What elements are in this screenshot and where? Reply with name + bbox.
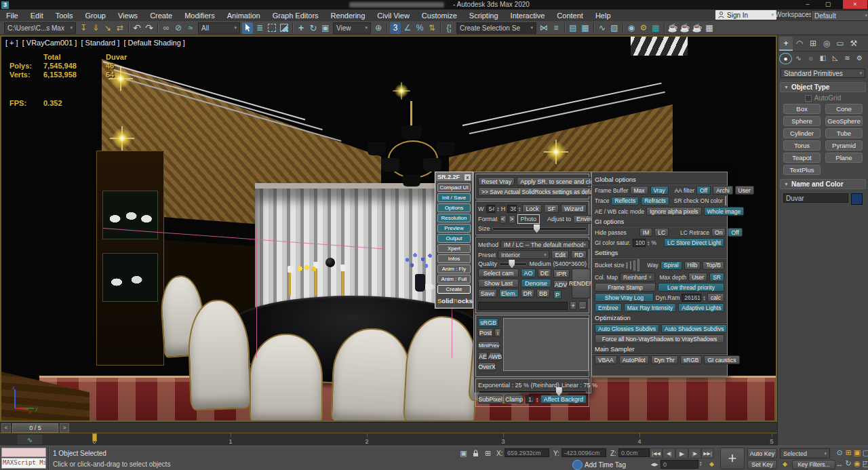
im-button[interactable]: IM bbox=[639, 228, 652, 237]
next-key-button[interactable]: |▶ bbox=[688, 448, 701, 458]
pyramid-button[interactable]: Pyramid bbox=[825, 140, 863, 151]
mini-curve-editor-button[interactable]: ∿ bbox=[18, 435, 42, 444]
z-coordinate-field[interactable]: 0.0cm bbox=[618, 448, 650, 457]
affect-backgrd-button[interactable]: Affect Backgrd bbox=[540, 395, 587, 404]
rectangular-selection-region-icon[interactable] bbox=[268, 24, 276, 32]
init-save-button[interactable]: Init / Save bbox=[437, 193, 471, 202]
menu-group[interactable]: Group bbox=[79, 12, 112, 20]
plane-button[interactable]: Plane bbox=[825, 153, 863, 163]
height-spinner[interactable]: ▴▾ bbox=[519, 206, 521, 212]
lc-button[interactable]: LC bbox=[654, 228, 669, 237]
vbaa-button[interactable]: VBAA bbox=[595, 355, 617, 364]
close-button[interactable]: × bbox=[843, 0, 867, 9]
toggle-layer-explorer-icon[interactable]: ▦ bbox=[580, 22, 591, 34]
preview-button[interactable]: Preview bbox=[437, 224, 471, 233]
named-selection-sets-icon[interactable]: {¦ bbox=[443, 22, 454, 34]
textplus-button[interactable]: TextPlus bbox=[783, 165, 821, 175]
tab-hierarchy[interactable]: ⊞ bbox=[806, 37, 820, 50]
miniprev-button[interactable]: MiniPrev bbox=[478, 341, 500, 350]
category-shapes-icon[interactable]: ∿ bbox=[793, 53, 804, 63]
show-vray-log-button[interactable]: Show Vray Log bbox=[595, 293, 654, 302]
dynram-spinner[interactable]: ▴▾ bbox=[703, 295, 705, 300]
wizard-button[interactable]: Wizard bbox=[561, 204, 587, 213]
isolate-selection-icon[interactable]: ▣ bbox=[458, 448, 469, 458]
menu-file[interactable]: File bbox=[0, 12, 24, 20]
spinner-snap-icon[interactable]: ⇅ bbox=[427, 22, 437, 34]
way-topb-button[interactable]: Top/B bbox=[703, 261, 724, 270]
named-selection-dropdown[interactable]: Create Selection Se ▾ bbox=[456, 22, 536, 34]
snap-toggle-3d-icon[interactable]: 3 bbox=[390, 22, 401, 34]
rendered-frame-window-icon[interactable]: ▦ bbox=[650, 22, 661, 34]
anim-full-button[interactable]: Anim : Full bbox=[437, 275, 471, 283]
p-button[interactable]: P bbox=[553, 290, 561, 299]
anim-fly-button[interactable]: Anim : Fly bbox=[437, 265, 471, 273]
select-move-icon[interactable]: + bbox=[296, 22, 307, 34]
depth-sr-button[interactable]: SR bbox=[709, 273, 724, 281]
ipr-button[interactable]: IPR bbox=[553, 269, 570, 278]
sf-button[interactable]: SF bbox=[544, 204, 559, 213]
category-geometry-icon[interactable]: ● bbox=[779, 53, 792, 64]
unlink-selection-icon[interactable]: ⊘ bbox=[173, 22, 184, 34]
ae-button[interactable]: AE bbox=[478, 352, 488, 361]
category-lights-icon[interactable]: ☼ bbox=[805, 53, 816, 63]
open-rendered-frame-icon[interactable]: ▦ bbox=[704, 22, 715, 34]
preset-edit-button[interactable]: Edit bbox=[551, 250, 569, 259]
output-button[interactable]: Output bbox=[437, 234, 471, 243]
save-button[interactable]: Save bbox=[478, 289, 497, 298]
gi-caustics-button[interactable]: GI caustics bbox=[704, 355, 739, 364]
cylinder-button[interactable]: Cylinder bbox=[783, 128, 821, 138]
way-hilb-button[interactable]: Hilb bbox=[684, 261, 701, 270]
low-thread-button[interactable]: Low thread priority bbox=[658, 283, 724, 292]
de-button[interactable]: DE bbox=[538, 269, 551, 277]
curve-editor-icon[interactable]: ∿ bbox=[597, 22, 608, 34]
apply-sr-button[interactable]: Apply SR. to scene and close bbox=[517, 177, 604, 186]
aa-user-button[interactable]: User bbox=[735, 186, 754, 195]
primitive-category-dropdown[interactable]: Standard Primitives ▾ bbox=[781, 68, 865, 78]
size-slider-thumb[interactable] bbox=[534, 224, 540, 233]
quality-slider-thumb[interactable] bbox=[509, 260, 515, 269]
menu-animation[interactable]: Animation bbox=[221, 12, 267, 20]
select-scale-icon[interactable]: ▣ bbox=[320, 22, 331, 34]
viewport-menu-pov[interactable]: [ VRayCam001 ] bbox=[22, 39, 77, 47]
gi-satur-field[interactable]: 100 bbox=[633, 239, 646, 247]
format-prev-button[interactable]: < bbox=[500, 215, 507, 224]
schematic-view-icon[interactable]: ▧ bbox=[609, 22, 620, 34]
select-rotate-icon[interactable]: ↻ bbox=[308, 22, 319, 34]
menu-modifiers[interactable]: Modifiers bbox=[178, 12, 221, 20]
previous-frame-button[interactable]: < bbox=[1, 423, 11, 433]
render-button[interactable]: RENDER bbox=[572, 269, 591, 298]
compact-ui-button[interactable]: Compact UI bbox=[437, 183, 471, 192]
whole-image-button[interactable]: Whole image bbox=[704, 207, 745, 216]
infos-button[interactable]: Infos bbox=[437, 254, 471, 263]
options-button[interactable]: Options bbox=[437, 203, 471, 212]
format-next-button[interactable]: > bbox=[509, 215, 515, 224]
maxscript-mini-listener-output[interactable] bbox=[1, 448, 46, 457]
geosphere-button[interactable]: GeoSphere bbox=[825, 116, 863, 126]
reference-coordinate-dropdown[interactable]: View ▾ bbox=[333, 22, 371, 34]
angle-snap-icon[interactable]: ∠ bbox=[402, 22, 413, 34]
next-frame-button[interactable]: > bbox=[60, 423, 69, 433]
undo-icon[interactable]: ↶ bbox=[132, 22, 142, 34]
import-icon[interactable]: ⇓ bbox=[90, 22, 101, 34]
denoise-button[interactable]: Denoise bbox=[521, 279, 551, 288]
width-field[interactable]: 5400 bbox=[486, 205, 496, 213]
clamp-spinner[interactable]: ▴▾ bbox=[536, 397, 538, 402]
subpixel-button[interactable]: SubPixel bbox=[478, 395, 502, 404]
ignore-alpha-button[interactable]: Ignore alpha pixels bbox=[646, 207, 701, 216]
object-color-swatch[interactable] bbox=[851, 193, 863, 205]
y-coordinate-field[interactable]: -423.0096cm bbox=[561, 448, 606, 457]
dr-button[interactable]: DR bbox=[521, 289, 534, 298]
time-slider-thumb[interactable]: 0 / 5 bbox=[12, 423, 58, 433]
refracts-button[interactable]: Refracts bbox=[641, 197, 669, 205]
add-time-tag[interactable]: Add Time Tag bbox=[585, 461, 626, 469]
reflects-button[interactable]: Reflects bbox=[611, 197, 639, 205]
embree-button[interactable]: Embree bbox=[595, 303, 622, 312]
select-by-name-icon[interactable]: ≣ bbox=[254, 22, 265, 34]
auto-shadows-button[interactable]: Auto Shadows Subdivs bbox=[661, 324, 727, 333]
output-path-field[interactable] bbox=[478, 302, 568, 310]
adv-button[interactable]: ADV bbox=[553, 280, 568, 289]
object-name-field[interactable]: Duvar bbox=[783, 193, 848, 203]
close-icon[interactable]: x bbox=[465, 174, 471, 180]
workspace-dropdown[interactable]: Default ▾ bbox=[811, 10, 868, 21]
select-cam-button[interactable]: Select cam bbox=[478, 269, 519, 277]
